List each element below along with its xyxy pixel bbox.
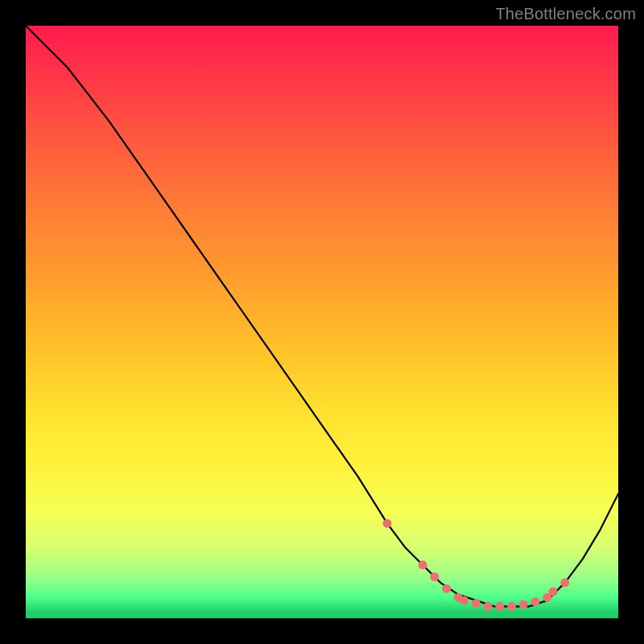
- marker-point: [560, 578, 569, 587]
- marker-point: [507, 602, 516, 611]
- marker-point: [419, 560, 427, 569]
- marker-point: [472, 599, 481, 608]
- marker-point: [531, 597, 540, 606]
- marker-point: [460, 596, 469, 605]
- marker-point: [484, 602, 493, 611]
- curve-svg: [26, 26, 618, 618]
- marker-point: [442, 584, 451, 593]
- chart-frame: TheBottleneck.com: [0, 0, 644, 644]
- marker-point: [383, 519, 392, 528]
- bottleneck-curve: [26, 26, 618, 606]
- watermark-text: TheBottleneck.com: [495, 5, 636, 23]
- marker-point: [495, 602, 504, 611]
- plot-area: [26, 26, 618, 618]
- marker-point: [549, 587, 558, 596]
- marker-point: [430, 572, 439, 581]
- marker-group: [383, 519, 570, 611]
- marker-point: [519, 601, 528, 609]
